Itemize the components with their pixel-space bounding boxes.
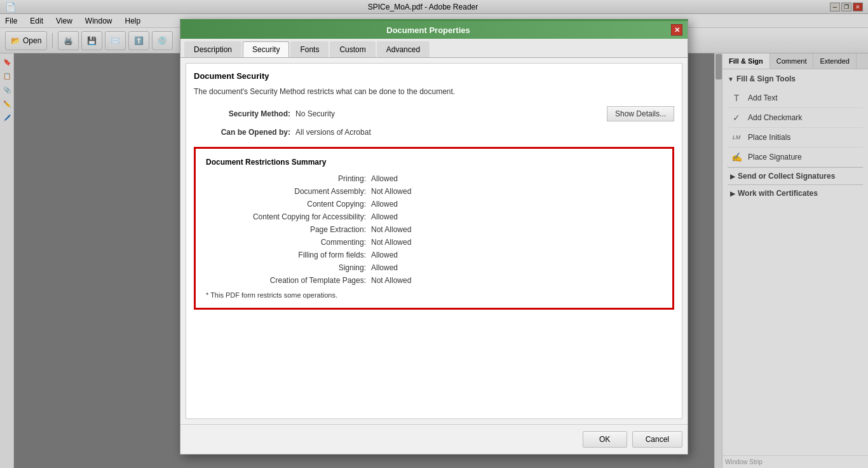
restrictions-box: Document Restrictions Summary Printing: … <box>194 147 674 310</box>
dialog-tabs: Description Security Fonts Custom Advanc… <box>180 39 688 58</box>
dialog-titlebar: Document Properties ✕ <box>180 21 688 39</box>
cancel-button[interactable]: Cancel <box>632 431 682 448</box>
restriction-printing-value: Allowed <box>371 174 398 183</box>
restriction-printing-label: Printing: <box>206 174 371 183</box>
restriction-form-fields: Filling of form fields: Allowed <box>206 251 662 259</box>
show-details-button[interactable]: Show Details... <box>607 106 674 121</box>
tab-custom[interactable]: Custom <box>330 41 375 57</box>
dialog-overlay: Document Properties ✕ Description Securi… <box>0 0 868 468</box>
restriction-doc-assembly-value: Not Allowed <box>371 187 411 196</box>
restriction-commenting-label: Commenting: <box>206 238 371 247</box>
restrictions-title: Document Restrictions Summary <box>206 158 662 167</box>
restriction-commenting-value: Not Allowed <box>371 238 411 247</box>
restriction-form-fields-value: Allowed <box>371 251 398 259</box>
restriction-page-extraction: Page Extraction: Not Allowed <box>206 225 662 234</box>
document-properties-dialog: Document Properties ✕ Description Securi… <box>180 19 688 455</box>
restriction-content-accessibility-value: Allowed <box>371 212 398 221</box>
restriction-page-extraction-value: Not Allowed <box>371 225 411 234</box>
restriction-content-accessibility: Content Copying for Accessibility: Allow… <box>206 212 662 221</box>
restriction-content-copying: Content Copying: Allowed <box>206 200 662 209</box>
can-be-opened-value: All versions of Acrobat <box>295 128 371 137</box>
dialog-content: Document Security The document's Securit… <box>186 63 682 419</box>
restriction-page-extraction-label: Page Extraction: <box>206 225 371 234</box>
tab-security[interactable]: Security <box>243 41 289 57</box>
restriction-template-pages-value: Not Allowed <box>371 276 411 285</box>
restriction-template-pages-label: Creation of Template Pages: <box>206 276 371 285</box>
restriction-content-accessibility-label: Content Copying for Accessibility: <box>206 212 371 221</box>
restriction-form-fields-label: Filling of form fields: <box>206 251 371 259</box>
security-description: The document's Security Method restricts… <box>194 87 674 96</box>
restriction-content-copying-label: Content Copying: <box>206 200 371 209</box>
restriction-template-pages: Creation of Template Pages: Not Allowed <box>206 276 662 285</box>
dialog-buttons: OK Cancel <box>180 424 688 454</box>
restriction-doc-assembly-label: Document Assembly: <box>206 187 371 196</box>
restriction-commenting: Commenting: Not Allowed <box>206 238 662 247</box>
security-section-title: Document Security <box>194 71 674 81</box>
security-method-value: No Security <box>295 109 335 118</box>
tab-fonts[interactable]: Fonts <box>290 41 329 57</box>
dialog-close-button[interactable]: ✕ <box>671 24 682 36</box>
security-method-label: Security Method: <box>194 109 295 118</box>
tab-description[interactable]: Description <box>184 41 241 57</box>
restriction-signing-value: Allowed <box>371 263 398 272</box>
can-be-opened-row: Can be Opened by: All versions of Acroba… <box>194 128 674 137</box>
restriction-printing: Printing: Allowed <box>206 174 662 183</box>
restriction-signing-label: Signing: <box>206 263 371 272</box>
restriction-content-copying-value: Allowed <box>371 200 398 209</box>
ok-button[interactable]: OK <box>583 431 627 448</box>
restriction-signing: Signing: Allowed <box>206 263 662 272</box>
restriction-note: * This PDF form restricts some operation… <box>206 291 662 299</box>
restriction-doc-assembly: Document Assembly: Not Allowed <box>206 187 662 196</box>
dialog-title: Document Properties <box>186 25 671 35</box>
tab-advanced[interactable]: Advanced <box>377 41 430 57</box>
can-be-opened-label: Can be Opened by: <box>194 128 295 137</box>
